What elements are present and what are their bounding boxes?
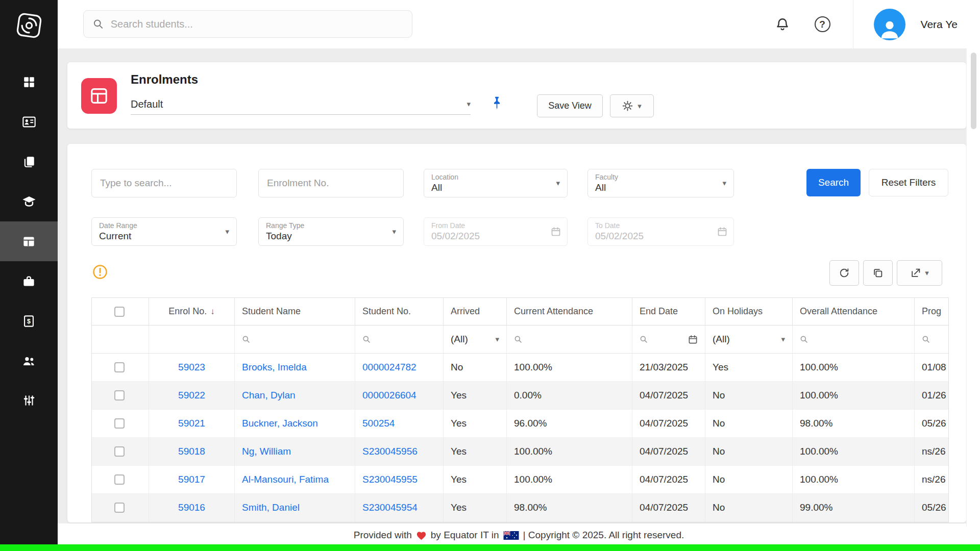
cell-text: 100.00%: [514, 474, 552, 485]
pending-changes-indicator[interactable]: [92, 264, 108, 280]
cell-link[interactable]: Brooks, Imelda: [242, 362, 307, 373]
select-all-checkbox[interactable]: [114, 307, 125, 317]
copy-grid-button[interactable]: [863, 260, 893, 286]
cell-link[interactable]: Buckner, Jackson: [242, 418, 318, 429]
row-checkbox[interactable]: [114, 503, 125, 513]
table-icon: [22, 235, 36, 248]
keyword-search-input[interactable]: [91, 169, 237, 197]
header-prog[interactable]: Prog: [915, 298, 949, 325]
cell-link[interactable]: 59021: [178, 418, 205, 429]
date-range-select[interactable]: Date Range Current ▾: [91, 217, 237, 246]
cell-link[interactable]: S230045956: [362, 446, 418, 457]
table-row[interactable]: 59018Ng, WilliamS230045956Yes100.00%04/0…: [92, 438, 949, 466]
help-button[interactable]: ?: [815, 16, 830, 32]
screen-share-indicator: [0, 544, 980, 551]
table-row[interactable]: 59021Buckner, Jackson500254Yes96.00%04/0…: [92, 410, 949, 438]
sidebar-item-dashboard[interactable]: [0, 62, 58, 102]
cell-link[interactable]: 59023: [178, 362, 205, 373]
from-date-input[interactable]: From Date 05/02/2025: [424, 217, 568, 246]
row-checkbox[interactable]: [114, 390, 125, 400]
user-name[interactable]: Vera Ye: [921, 18, 958, 31]
header-overall-attendance[interactable]: Overall Attendance: [793, 298, 915, 325]
search-icon: [93, 18, 104, 30]
filter-cell-student-name[interactable]: [235, 325, 355, 354]
cell-link[interactable]: Smith, Daniel: [242, 502, 300, 513]
cell-link[interactable]: 59022: [178, 390, 205, 401]
table-row[interactable]: 59022Chan, Dylan0000026604Yes0.00%04/07/…: [92, 382, 949, 410]
sidebar-item-agents[interactable]: [0, 341, 58, 381]
cell-student-no: S230045955: [355, 466, 444, 494]
header-on-holidays[interactable]: On Holidays: [705, 298, 793, 325]
page-scrollbar-thumb[interactable]: [971, 53, 976, 129]
faculty-select[interactable]: Faculty All ▾: [587, 169, 734, 197]
cell-link[interactable]: 0000024782: [362, 362, 416, 373]
app-logo[interactable]: [0, 0, 58, 51]
filter-cell-end-date[interactable]: [632, 325, 705, 354]
cell-link[interactable]: S230045955: [362, 474, 418, 485]
table-row[interactable]: 59016Smith, DanielS230045954Yes98.00%04/…: [92, 494, 949, 522]
filter-cell-current-attendance[interactable]: [507, 325, 632, 354]
table-row[interactable]: 59017Al-Mansouri, FatimaS230045955Yes100…: [92, 466, 949, 494]
sidebar-item-settings[interactable]: [0, 381, 58, 420]
cell-text: 04/07/2025: [640, 474, 688, 485]
save-view-button[interactable]: Save View: [537, 94, 603, 117]
header-student-no[interactable]: Student No.: [355, 298, 444, 325]
row-checkbox[interactable]: [114, 474, 125, 485]
filter-cell-overall-attendance[interactable]: [793, 325, 915, 354]
table-row[interactable]: 59023Brooks, Imelda0000024782No100.00%21…: [92, 354, 949, 382]
chevron-down-icon: ▾: [925, 268, 929, 278]
column-label: Arrived: [451, 306, 480, 317]
row-checkbox[interactable]: [114, 362, 125, 372]
view-selector[interactable]: Default ▾: [131, 94, 471, 115]
chevron-down-icon: ▾: [638, 102, 642, 111]
filter-cell-student-no[interactable]: [355, 325, 444, 354]
cell-link[interactable]: Ng, William: [242, 446, 291, 457]
sidebar-item-documents[interactable]: [0, 142, 58, 182]
cell-enrol-no: 59021: [149, 410, 235, 438]
export-button[interactable]: ▾: [897, 260, 942, 286]
cell-link[interactable]: 59016: [178, 502, 205, 513]
range-type-select[interactable]: Range Type Today ▾: [258, 217, 404, 246]
row-checkbox[interactable]: [114, 446, 125, 457]
header-student-name[interactable]: Student Name: [235, 298, 355, 325]
cell-link[interactable]: 59017: [178, 474, 205, 485]
refresh-button[interactable]: [829, 260, 859, 286]
header-arrived[interactable]: Arrived: [444, 298, 507, 325]
reset-filters-button[interactable]: Reset Filters: [869, 169, 948, 196]
header-end-date[interactable]: End Date: [632, 298, 705, 325]
filter-cell-enrol-no[interactable]: [149, 325, 235, 354]
sidebar-item-services[interactable]: [0, 261, 58, 301]
enrolment-no-input[interactable]: [258, 169, 404, 197]
cell-link[interactable]: Chan, Dylan: [242, 390, 296, 401]
view-settings-button[interactable]: ▾: [610, 94, 654, 117]
search-button[interactable]: Search: [806, 169, 861, 196]
chevron-down-icon: ▾: [467, 99, 471, 109]
page-scrollbar-track: [966, 48, 980, 544]
faculty-value: All: [595, 182, 726, 194]
cell-link[interactable]: S230045954: [362, 502, 418, 513]
cell-link[interactable]: Al-Mansouri, Fatima: [242, 474, 329, 485]
sidebar-item-finance[interactable]: $: [0, 301, 58, 341]
cell-link[interactable]: 59018: [178, 446, 205, 457]
sidebar-item-enrolments[interactable]: [0, 221, 58, 261]
grid-icon: [22, 76, 36, 89]
pin-view-button[interactable]: [490, 96, 504, 111]
filter-cell-arrived[interactable]: (All) ▾: [444, 325, 507, 354]
cell-link[interactable]: 0000026604: [362, 390, 416, 401]
header-current-attendance[interactable]: Current Attendance: [507, 298, 632, 325]
filter-cell-on-holidays[interactable]: (All) ▾: [705, 325, 793, 354]
cell-text: 04/07/2025: [640, 446, 688, 457]
search-input[interactable]: [110, 18, 403, 31]
location-select[interactable]: Location All ▾: [424, 169, 568, 197]
column-label: Student No.: [362, 306, 411, 317]
avatar[interactable]: [874, 9, 905, 40]
sidebar-item-students[interactable]: [0, 102, 58, 142]
notifications-button[interactable]: [775, 17, 790, 32]
to-date-input[interactable]: To Date 05/02/2025: [587, 217, 734, 246]
cell-link[interactable]: 500254: [362, 418, 395, 429]
sidebar-item-courses[interactable]: [0, 182, 58, 221]
header-enrol-no[interactable]: Enrol No. ↓: [149, 298, 235, 325]
filter-cell-prog[interactable]: [915, 325, 949, 354]
row-checkbox[interactable]: [114, 418, 125, 429]
grid-actions: ▾: [829, 260, 942, 286]
